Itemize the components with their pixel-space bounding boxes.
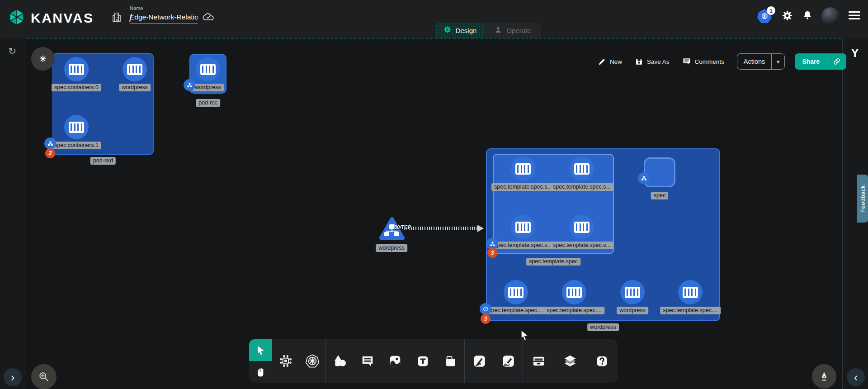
container-node[interactable] [196,57,220,81]
note-icon [444,355,457,368]
container-node[interactable] [64,57,89,81]
hand-icon [255,367,266,377]
tool-kubernetes[interactable] [302,351,323,371]
mode-tabs: Design Operate [435,23,541,38]
tool-comment[interactable] [357,351,378,371]
expand-right-panel-button[interactable]: ‹ [847,368,865,386]
group-label: pod-rcc [196,99,220,107]
pen-mode-button[interactable] [812,364,836,389]
kanvas-logo-icon[interactable] [7,8,26,28]
user-avatar[interactable] [821,7,840,25]
container-node[interactable] [511,215,535,239]
container-node[interactable] [570,215,594,239]
deployment-relationship-icon [480,303,491,315]
tool-note[interactable] [440,351,461,371]
container-node[interactable] [570,157,594,181]
feedback-tab[interactable]: Feedback [857,175,868,223]
container-node[interactable] [511,157,535,181]
kubernetes-context-switcher[interactable]: 1 [757,9,773,24]
zoom-button[interactable] [31,364,57,389]
container-node[interactable] [64,115,89,139]
relationship-count-badge[interactable]: 3 [487,248,497,258]
container-icon [127,64,142,75]
container-node[interactable] [562,280,586,304]
container-icon [69,122,84,133]
hamburger-menu-icon[interactable] [848,10,861,22]
save-as-button[interactable]: Save As [635,57,670,66]
tool-drawer[interactable] [528,351,549,371]
edge-arrowhead [477,225,484,232]
container-icon [566,287,582,298]
network-relationship-icon [44,138,56,149]
container-node[interactable] [620,280,645,304]
node-spec[interactable] [644,157,675,187]
container-node[interactable] [504,280,528,304]
question-mark-icon [595,355,609,368]
notifications-bell-icon[interactable] [802,10,813,23]
save-as-label: Save As [647,58,670,65]
actions-caret-button[interactable]: ▾ [771,54,784,69]
share-split-button[interactable]: Share [795,53,846,70]
tool-select-cursor[interactable] [249,339,272,361]
container-icon [515,163,531,175]
left-rail [0,38,26,389]
tool-text[interactable] [412,351,433,371]
node-label: spec.template.spec.s... [491,183,555,191]
tool-dock [249,339,618,383]
network-relationship-icon [638,172,650,184]
new-button[interactable]: New [598,57,622,66]
tool-shapes[interactable] [330,351,350,371]
container-icon [69,64,84,75]
snowflake-icon [38,54,47,63]
container-icon [683,287,698,298]
operate-person-icon [494,26,502,35]
tab-operate[interactable]: Operate [485,23,541,38]
settings-gear-icon[interactable] [781,9,793,24]
design-rosette-icon [443,25,452,35]
tool-pan-hand[interactable] [249,361,272,383]
tab-design[interactable]: Design [435,23,485,38]
magnifier-plus-icon [38,371,50,383]
organization-icon[interactable] [111,11,123,25]
edge-service-to-deployment[interactable] [404,227,478,230]
node-label: spec [651,192,668,199]
design-name-input[interactable] [130,12,198,24]
node-label: wordpress [192,84,224,91]
snowflake-button[interactable] [31,47,55,71]
chevron-left-icon: ‹ [854,371,858,383]
design-name-label: Name [130,5,198,11]
group-label: pod-skd [90,157,116,165]
group-label: spec.template.spec [526,258,580,266]
sync-icon[interactable]: ↻ [8,46,16,56]
container-icon [574,222,590,233]
comment-icon [682,57,691,66]
node-label: spec.template.spec.s... [550,242,613,249]
y-logo[interactable]: Y [851,47,859,60]
drawer-icon [532,354,546,368]
pen-nib-icon [819,371,830,382]
kubernetes-wheel-icon [305,354,320,368]
shapes-icon [333,354,347,368]
tool-components[interactable] [275,351,296,371]
chevron-right-icon: › [11,371,15,383]
expand-left-panel-button[interactable]: › [4,368,22,386]
tool-pencil-draw[interactable] [498,351,519,371]
actions-split-button[interactable]: Actions ▾ [737,53,785,70]
tool-help[interactable] [591,351,612,371]
node-label: spec.template.spec.... [660,307,721,314]
container-icon [625,287,640,298]
copy-link-button[interactable] [827,53,846,70]
share-label: Share [795,53,827,70]
brand-wordmark: KANVAS [31,10,94,26]
tool-layers[interactable] [560,351,580,371]
container-node[interactable] [123,57,147,81]
tab-design-label: Design [456,27,477,34]
comments-button[interactable]: Comments [682,57,724,66]
tool-image[interactable] [385,351,406,371]
container-node[interactable] [678,280,703,304]
relationship-count-badge[interactable]: 3 [481,314,491,324]
relationship-count-badge[interactable]: 2 [45,148,55,158]
comments-label: Comments [695,58,724,65]
context-count-badge: 1 [767,6,775,15]
tool-pen[interactable] [469,351,490,371]
